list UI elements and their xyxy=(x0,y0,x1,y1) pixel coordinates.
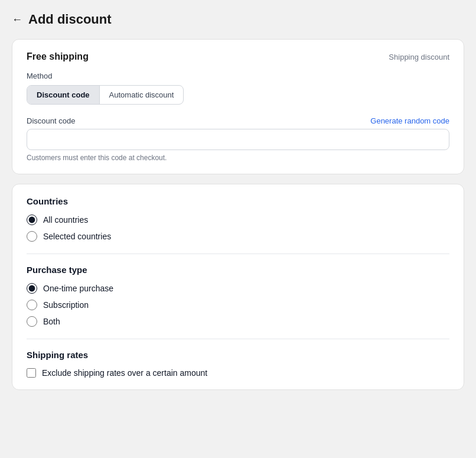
method-tab-group: Discount code Automatic discount xyxy=(27,85,184,105)
discount-code-label: Discount code xyxy=(27,116,75,125)
discount-code-input[interactable] xyxy=(27,129,449,150)
page-title: Add discount xyxy=(28,12,112,27)
all-countries-label: All countries xyxy=(43,215,88,225)
page-header: ← Add discount xyxy=(12,12,464,27)
one-time-purchase-option[interactable]: One-time purchase xyxy=(27,283,449,294)
divider-1 xyxy=(27,254,449,254)
back-button[interactable]: ← xyxy=(12,14,22,26)
exclude-shipping-rates-label: Exclude shipping rates over a certain am… xyxy=(42,368,207,378)
selected-countries-option[interactable]: Selected countries xyxy=(27,231,449,242)
tab-automatic-discount[interactable]: Automatic discount xyxy=(100,86,184,104)
both-radio[interactable] xyxy=(27,316,37,327)
card-badge: Shipping discount xyxy=(389,53,449,61)
countries-radio-group: All countries Selected countries xyxy=(27,215,449,242)
both-option[interactable]: Both xyxy=(27,316,449,327)
selected-countries-radio[interactable] xyxy=(27,231,37,242)
selected-countries-label: Selected countries xyxy=(43,232,111,241)
countries-card: Countries All countries Selected countri… xyxy=(12,184,464,390)
both-label: Both xyxy=(43,317,60,326)
method-label: Method xyxy=(27,72,449,80)
purchase-type-radio-group: One-time purchase Subscription Both xyxy=(27,283,449,327)
card-header: Free shipping Shipping discount xyxy=(27,51,449,62)
tab-discount-code[interactable]: Discount code xyxy=(27,86,100,104)
card-title: Free shipping xyxy=(27,51,89,62)
free-shipping-card: Free shipping Shipping discount Method D… xyxy=(12,39,464,174)
discount-code-field-row: Discount code Generate random code xyxy=(27,116,449,125)
divider-2 xyxy=(27,339,449,339)
subscription-radio[interactable] xyxy=(27,300,37,310)
all-countries-option[interactable]: All countries xyxy=(27,215,449,225)
all-countries-radio[interactable] xyxy=(27,215,37,225)
one-time-purchase-radio[interactable] xyxy=(27,283,37,294)
exclude-shipping-rates-option[interactable]: Exclude shipping rates over a certain am… xyxy=(27,368,449,378)
purchase-type-title: Purchase type xyxy=(27,265,449,275)
subscription-option[interactable]: Subscription xyxy=(27,300,449,310)
generate-random-code-link[interactable]: Generate random code xyxy=(370,116,449,125)
discount-code-helper: Customers must enter this code at checko… xyxy=(27,154,449,162)
one-time-purchase-label: One-time purchase xyxy=(43,284,113,293)
exclude-shipping-rates-checkbox[interactable] xyxy=(27,368,36,378)
shipping-rates-title: Shipping rates xyxy=(27,350,449,360)
countries-title: Countries xyxy=(27,196,449,206)
subscription-label: Subscription xyxy=(43,300,89,310)
